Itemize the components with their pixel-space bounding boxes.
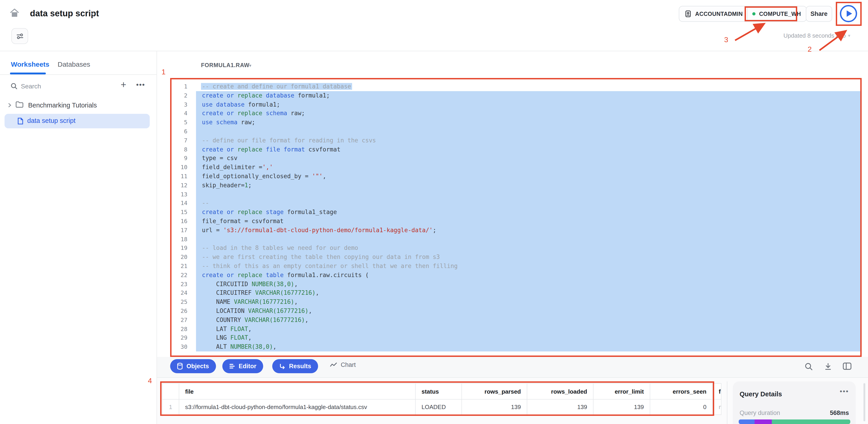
code-line[interactable]: NAME VARCHAR(16777216), bbox=[196, 297, 860, 306]
row-number-cell: 1 bbox=[162, 399, 179, 415]
table-cell[interactable]: 139 bbox=[527, 399, 593, 415]
duration-bar-segment bbox=[754, 420, 772, 424]
table-cell[interactable]: s3://formula1-dbt-cloud-python-demo/form… bbox=[179, 399, 415, 415]
chart-toggle[interactable]: Chart bbox=[330, 361, 356, 368]
updated-text: Updated 8 seconds ago bbox=[783, 32, 846, 39]
home-icon[interactable] bbox=[9, 8, 20, 19]
context-selector[interactable]: ACCOUNTADMIN COMPUTE_WH bbox=[679, 6, 807, 22]
editor-toggle[interactable]: Editor bbox=[222, 359, 263, 373]
line-number: 25 bbox=[172, 297, 187, 306]
code-line[interactable]: -- bbox=[196, 199, 860, 208]
code-line[interactable]: skip_header=1; bbox=[196, 181, 860, 190]
table-cell[interactable]: LOADED bbox=[415, 399, 462, 415]
updated-status[interactable]: Updated 8 seconds ago ▾ bbox=[783, 32, 850, 39]
new-worksheet-button[interactable]: + bbox=[121, 80, 126, 89]
duration-bar-segment bbox=[772, 420, 850, 424]
code-line[interactable]: use database formula1; bbox=[196, 100, 860, 109]
line-number: 18 bbox=[172, 235, 187, 244]
tab-databases[interactable]: Databases bbox=[58, 60, 90, 68]
code-line[interactable]: CIRCUITID NUMBER(38,0), bbox=[196, 280, 860, 289]
code-line[interactable]: create or replace stage formula1_stage bbox=[196, 208, 860, 217]
warehouse-label[interactable]: COMPUTE_WH bbox=[759, 11, 801, 17]
code-line[interactable]: LOCATION VARCHAR(16777216), bbox=[196, 306, 860, 316]
code-line[interactable] bbox=[196, 190, 860, 199]
code-line[interactable]: -- think of this as an empty container o… bbox=[196, 262, 860, 271]
line-number: 6 bbox=[172, 127, 187, 136]
title-dropdown-caret[interactable]: ▾ bbox=[91, 12, 93, 16]
worksheet-context-selector[interactable]: FORMULA1.RAW bbox=[201, 62, 250, 68]
table-cell[interactable]: 139 bbox=[462, 399, 527, 415]
table-cell[interactable]: 0 bbox=[650, 399, 713, 415]
return-arrow-icon bbox=[279, 363, 285, 369]
column-header[interactable]: fi bbox=[713, 384, 721, 399]
code-line[interactable]: create or replace file format csvformat bbox=[196, 145, 860, 154]
code-line[interactable]: -- we are first creating the table then … bbox=[196, 253, 860, 262]
panel-toggle-strip bbox=[157, 357, 868, 377]
table-row[interactable]: 1 s3://formula1-dbt-cloud-python-demo/fo… bbox=[162, 399, 721, 415]
objects-toggle[interactable]: Objects bbox=[170, 359, 216, 373]
download-icon[interactable] bbox=[824, 362, 832, 371]
tabrow-border bbox=[0, 74, 157, 75]
sidebar-more-button[interactable]: ••• bbox=[136, 81, 145, 89]
code-line[interactable]: url = 's3://formula1-dbt-cloud-python-de… bbox=[196, 226, 860, 235]
code-line[interactable]: create or replace schema raw; bbox=[196, 109, 860, 118]
line-number: 27 bbox=[172, 316, 187, 324]
code-line[interactable]: COUNTRY VARCHAR(16777216), bbox=[196, 316, 860, 324]
column-header[interactable]: file bbox=[179, 384, 415, 399]
code-line[interactable]: -- create and define our formula1 databa… bbox=[196, 82, 860, 91]
code-line[interactable]: -- load in the 8 tables we need for our … bbox=[196, 244, 860, 253]
share-button[interactable]: Share bbox=[806, 6, 832, 22]
code-line[interactable]: field_optionally_enclosed_by = '"', bbox=[196, 172, 860, 181]
query-details-menu-icon[interactable]: ••• bbox=[840, 387, 849, 395]
column-header[interactable]: error_limit bbox=[593, 384, 650, 399]
code-line[interactable] bbox=[196, 127, 860, 136]
query-details-title: Query Details bbox=[740, 390, 782, 398]
annotation-label-3: 3 bbox=[724, 36, 728, 44]
table-cell[interactable]: n bbox=[713, 399, 721, 415]
code-line[interactable]: LAT FLOAT, bbox=[196, 324, 860, 333]
code-line[interactable]: -- define our file format for reading in… bbox=[196, 136, 860, 145]
code-area[interactable]: -- create and define our formula1 databa… bbox=[196, 82, 860, 352]
column-header[interactable]: status bbox=[415, 384, 462, 399]
search-results-icon[interactable] bbox=[804, 362, 813, 371]
column-header[interactable]: rows_parsed bbox=[462, 384, 527, 399]
line-number: 28 bbox=[172, 324, 187, 333]
filters-button[interactable] bbox=[11, 28, 28, 44]
split-columns-icon[interactable] bbox=[843, 362, 852, 370]
code-line[interactable]: field_delimiter =',' bbox=[196, 163, 860, 172]
role-label[interactable]: ACCOUNTADMIN bbox=[695, 11, 743, 17]
role-badge-icon bbox=[685, 10, 691, 17]
code-line[interactable]: ALT NUMBER(38,0), bbox=[196, 343, 860, 352]
vertical-scrollbar[interactable] bbox=[864, 383, 865, 421]
worksheet-file-icon bbox=[17, 118, 24, 125]
sliders-icon bbox=[16, 32, 24, 40]
line-number: 30 bbox=[172, 343, 187, 352]
code-line[interactable]: create or replace database formula1; bbox=[196, 91, 860, 100]
tab-worksheets[interactable]: Worksheets bbox=[11, 60, 50, 68]
line-number: 23 bbox=[172, 280, 187, 289]
context-caret-icon[interactable]: ▾ bbox=[249, 64, 251, 68]
code-line[interactable] bbox=[196, 235, 860, 244]
code-line[interactable]: LNG FLOAT, bbox=[196, 333, 860, 343]
code-line[interactable]: type = csv bbox=[196, 154, 860, 163]
sidebar-item-selected-bg[interactable] bbox=[4, 114, 150, 128]
line-number: 20 bbox=[172, 253, 187, 262]
code-line[interactable]: create or replace table formula1.raw.cir… bbox=[196, 270, 860, 280]
column-header[interactable]: errors_seen bbox=[650, 384, 713, 399]
sidebar-folder-benchmarking-tutorials[interactable]: Benchmarking Tutorials bbox=[28, 102, 97, 109]
run-button[interactable] bbox=[840, 5, 857, 22]
line-number: 24 bbox=[172, 289, 187, 298]
chart-line-icon bbox=[330, 362, 337, 367]
column-header[interactable]: rows_loaded bbox=[527, 384, 593, 399]
code-line[interactable]: CIRCUITREF VARCHAR(16777216), bbox=[196, 289, 860, 298]
results-table[interactable]: filestatusrows_parsedrows_loadederror_li… bbox=[162, 383, 721, 415]
results-toggle[interactable]: Results bbox=[272, 359, 318, 373]
code-line[interactable]: use schema raw; bbox=[196, 118, 860, 127]
code-line[interactable]: file_format = csvformat bbox=[196, 217, 860, 226]
sidebar-item-data-setup-script[interactable]: data setup script bbox=[27, 117, 75, 124]
search-input[interactable]: Search bbox=[21, 83, 41, 90]
chevron-right-icon[interactable] bbox=[7, 102, 12, 108]
table-cell[interactable]: 139 bbox=[593, 399, 650, 415]
worksheet-title[interactable]: data setup script bbox=[30, 9, 99, 19]
line-number: 7 bbox=[172, 136, 187, 145]
